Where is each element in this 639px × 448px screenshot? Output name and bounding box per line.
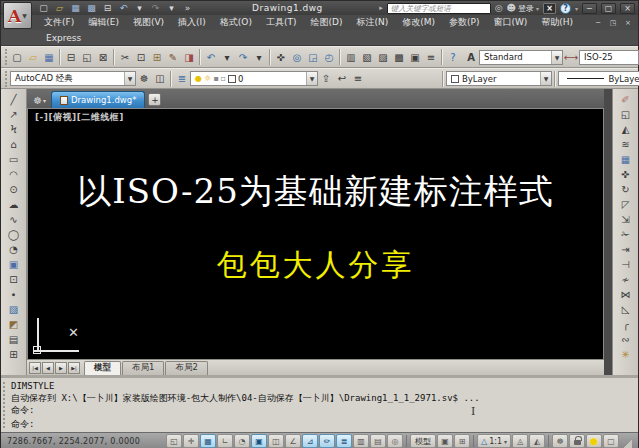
help-button[interactable]: ? — [445, 49, 461, 66]
spline-button[interactable]: ∿ — [4, 212, 23, 226]
tab-layout1[interactable]: 布局1 — [122, 361, 164, 375]
redo-dropdown[interactable]: ▾ — [165, 3, 178, 13]
selection-cycling-toggle[interactable]: ◎ — [387, 434, 403, 448]
insert-block-button[interactable]: ▣ — [4, 257, 23, 271]
next-tab-button[interactable]: ▶ — [55, 362, 67, 374]
doc-close-button[interactable]: × — [622, 19, 634, 27]
arc-button[interactable]: ◠ — [4, 167, 23, 181]
offset-button[interactable]: ≋ — [616, 137, 635, 151]
ellipse-arc-button[interactable]: ◔ — [4, 242, 23, 256]
exchange-apps-icon[interactable]: × — [543, 3, 556, 14]
polygon-button[interactable]: ⌂ — [4, 137, 23, 151]
undo-button[interactable]: ↶ — [203, 49, 219, 66]
layer-previous-icon[interactable]: ↩ — [334, 70, 350, 87]
paste-button[interactable]: ⊞ — [149, 49, 165, 66]
new-button[interactable]: ▢ — [37, 3, 50, 13]
menu-draw[interactable]: 绘图(D) — [303, 16, 349, 29]
join-button[interactable]: ⋈ — [616, 287, 635, 301]
cut-button[interactable]: ✂ — [117, 49, 133, 66]
designcenter-button[interactable]: ▧ — [359, 49, 375, 66]
text-style-icon[interactable]: A — [463, 49, 479, 66]
workspace-settings-icon[interactable]: ☸ — [136, 70, 152, 87]
quick-view-drawings-button[interactable]: ⊞ — [454, 434, 470, 448]
menu-view[interactable]: 视图(V) — [126, 16, 171, 29]
menu-file[interactable]: 文件(F) — [37, 16, 81, 29]
open-button[interactable]: ▱ — [53, 3, 66, 13]
mirror-button[interactable]: ◭ — [616, 122, 635, 136]
menu-help[interactable]: 帮助(H) — [534, 16, 580, 29]
quick-view-layouts-button[interactable]: ▣ — [437, 434, 453, 448]
zoom-realtime-button[interactable]: ◎ — [289, 49, 305, 66]
3d-object-snap-toggle[interactable]: ◫ — [268, 434, 284, 448]
minimize-button[interactable]: ─ — [582, 3, 597, 14]
undo-dropdown[interactable]: ▾ — [133, 3, 146, 13]
zoom-previous-button[interactable]: ◴ — [321, 49, 337, 66]
make-block-button[interactable]: ⊡ — [4, 272, 23, 286]
tab-layout2[interactable]: 布局2 — [165, 361, 207, 375]
redo-button[interactable]: ↷ — [235, 49, 251, 66]
plot-preview-button[interactable]: ◱ — [79, 49, 95, 66]
region-button[interactable]: ▤ — [4, 332, 23, 346]
new-tab-button[interactable]: + — [148, 93, 161, 106]
help-dropdown-arrow[interactable]: ▾ — [575, 5, 578, 12]
rectangle-button[interactable]: ▭ — [4, 152, 23, 166]
layer-properties-manager-icon[interactable]: ≣ — [174, 70, 190, 87]
make-object-layer-current-icon[interactable]: ⇪ — [318, 70, 334, 87]
table-button[interactable]: ⊞ — [4, 347, 23, 361]
customize-quick-access-button[interactable]: » — [181, 3, 194, 13]
break-button[interactable]: ≁ — [616, 272, 635, 286]
application-menu-button[interactable]: A ▼ — [3, 2, 32, 29]
help-icon[interactable]: ? — [560, 3, 571, 14]
menu-format[interactable]: 格式(O) — [213, 16, 259, 29]
quick-properties-toggle[interactable]: ▤ — [370, 434, 386, 448]
drawing-canvas[interactable]: [-][俯视][二维线框] 以ISO-25为基础新建标注样式 包包大人分享 ✕ — [27, 108, 604, 359]
file-tab-active[interactable]: Drawing1.dwg* — [51, 91, 145, 108]
undo-button[interactable]: ↶ — [117, 3, 130, 13]
annotation-scale-button[interactable]: △ 1:1 ▾ — [477, 434, 511, 448]
menu-dimension[interactable]: 标注(N) — [349, 16, 395, 29]
publish-button[interactable]: ⊠ — [95, 49, 111, 66]
dynamic-input-toggle[interactable]: ✏ — [319, 434, 335, 448]
infocenter-collapse-arrow[interactable]: ▸ — [379, 4, 383, 12]
trim-button[interactable]: ✁ — [616, 227, 635, 241]
open-button[interactable]: ▱ — [25, 49, 41, 66]
clean-screen-button[interactable]: ▢ — [603, 434, 619, 448]
command-prompt[interactable]: 命令: — [11, 418, 632, 430]
autoscale-button[interactable]: ◭ — [529, 434, 545, 448]
save-workspace-icon[interactable]: ◫ — [152, 70, 168, 87]
chamfer-button[interactable]: ◺ — [616, 302, 635, 316]
grid-display-toggle[interactable]: ▦ — [200, 434, 216, 448]
polyline-button[interactable]: Ϟ — [4, 122, 23, 136]
menu-edit[interactable]: 编辑(E) — [81, 16, 126, 29]
menu-modify[interactable]: 修改(M) — [395, 16, 442, 29]
save-button[interactable]: ▦ — [41, 49, 57, 66]
extend-button[interactable]: ⇥ — [616, 242, 635, 256]
resize-grip[interactable] — [622, 439, 632, 448]
toolbar-grip[interactable] — [5, 49, 7, 65]
scale-button[interactable]: ◸ — [616, 197, 635, 211]
isolate-objects-button[interactable]: ● — [586, 434, 602, 448]
sign-in-button[interactable]: ☻ 登录 ▾ — [507, 3, 539, 14]
layer-states-manager-icon[interactable]: ≡ — [350, 70, 366, 87]
close-button[interactable]: × — [620, 3, 635, 14]
copy-button[interactable]: ⊡ — [133, 49, 149, 66]
toolbar-lock-button[interactable] — [569, 434, 585, 448]
copy-button[interactable]: ◱ — [616, 107, 635, 121]
plot-button[interactable]: ⊟ — [101, 3, 114, 13]
polar-tracking-toggle[interactable]: ◔ — [234, 434, 250, 448]
menu-insert[interactable]: 插入(I) — [171, 16, 213, 29]
ellipse-button[interactable]: ◯ — [4, 227, 23, 241]
file-tabs-menu-button[interactable]: ☸▾ — [31, 95, 48, 108]
ortho-mode-toggle[interactable]: ∟ — [217, 434, 233, 448]
sheet-set-manager-button[interactable]: ▩ — [391, 49, 407, 66]
text-style-select[interactable]: Standard ▼ — [479, 50, 563, 65]
menu-window[interactable]: 窗口(W) — [486, 16, 534, 29]
properties-button[interactable]: ▥ — [343, 49, 359, 66]
infer-constraints-toggle[interactable]: ◱ — [166, 434, 182, 448]
match-properties-button[interactable]: ✎ — [165, 49, 181, 66]
last-tab-button[interactable]: ▶| — [68, 362, 80, 374]
gradient-button[interactable]: ◩ — [4, 317, 23, 331]
command-window-grip[interactable] — [3, 382, 6, 428]
workspace-switching-button[interactable]: ☸ — [552, 434, 568, 448]
doc-minimize-button[interactable]: ─ — [592, 19, 604, 27]
